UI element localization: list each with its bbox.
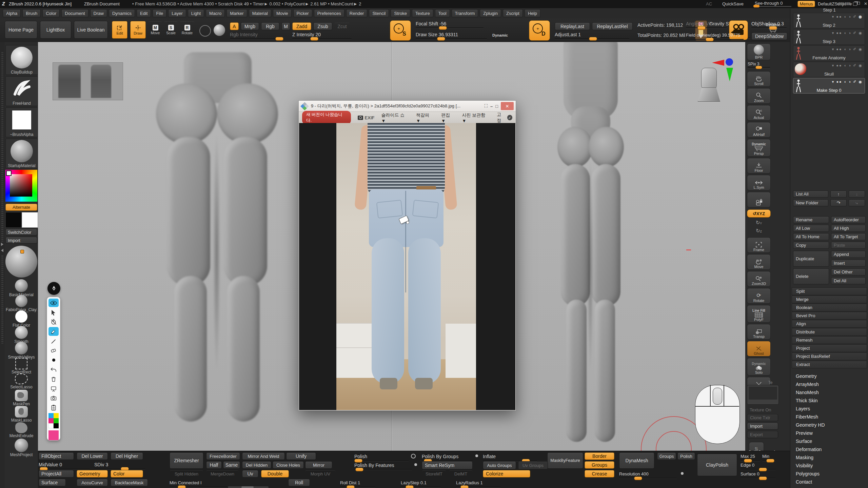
mid-value-slider[interactable]: MidValue 0 [39, 462, 90, 467]
viewer-content[interactable] [299, 123, 515, 410]
see-through-knob[interactable] [753, 5, 760, 7]
viewer-maximize-icon[interactable]: □ [495, 104, 498, 109]
replay-last-button[interactable]: ReplayLast [555, 22, 590, 30]
anchor-button[interactable]: A [230, 22, 239, 30]
rotate-xyz-button[interactable]: ↺XYZ [747, 209, 771, 218]
deep-shadow-button[interactable]: DeepShadow [751, 33, 787, 40]
subtool-down-button[interactable]: ↓ [849, 190, 865, 198]
timer-off-icon[interactable] [48, 318, 59, 326]
axis-y-icon[interactable] [726, 68, 733, 81]
project-basrelief-row[interactable]: Project BasRelief [792, 352, 867, 360]
clay-polish-button[interactable]: ClayPolish [697, 454, 737, 476]
brush-smooth-valleys[interactable]: SmoothValleys [7, 342, 36, 360]
remesh-row[interactable]: Remesh [792, 336, 867, 344]
border-button[interactable]: Border [585, 452, 614, 460]
aahalf-button[interactable]: AAHalf [747, 122, 771, 138]
polish-by-features-slider[interactable]: Polish By Features [354, 463, 412, 468]
rotate-mode-button[interactable]: RRotate [180, 21, 195, 39]
mrgb-button[interactable]: Mrgb [241, 22, 259, 30]
zoom-3d-button[interactable]: Zoom3D [747, 271, 771, 287]
groups-button[interactable]: Groups [585, 461, 614, 469]
adjust-icon[interactable]: + D [529, 20, 550, 41]
menu-item-render[interactable]: Render [346, 9, 368, 17]
clipboard-icon[interactable] [48, 404, 59, 412]
section-masking[interactable]: Masking [790, 453, 868, 462]
subtool-row-skull[interactable]: ▾ ●● ◖ ◑ ✐ ◉ Skull [793, 62, 865, 77]
switch-color-button[interactable]: SwitchColor [5, 229, 37, 236]
boolean-row[interactable]: Boolean [792, 304, 867, 311]
delete-button[interactable]: Delete [793, 268, 829, 284]
color-picker[interactable] [5, 170, 37, 202]
bookmark-menu[interactable]: 책갈피 ▼ [416, 112, 434, 123]
dynamesh-polish-button[interactable]: Polish [677, 452, 695, 460]
double-button[interactable]: Double [261, 470, 289, 477]
draw-mode-button[interactable]: Draw [130, 21, 146, 39]
menu-item-file[interactable]: File [153, 9, 166, 17]
alternate-button[interactable]: Alternate [5, 204, 37, 211]
move-out-folder-icon[interactable]: ⤷ [849, 199, 865, 206]
unify-button[interactable]: Unify [286, 452, 316, 460]
m-button[interactable]: M [281, 22, 290, 30]
material-fabiopaiva[interactable]: FabioPaiva_Clay2 [7, 295, 36, 312]
rotate-y-icon[interactable]: ↻Y [747, 220, 771, 226]
edge-slider[interactable]: Edge 0 [741, 463, 776, 468]
slideshow-menu[interactable]: 슬라이드 쇼 ▼ [381, 112, 409, 123]
brush-freehand[interactable]: FreeHand [5, 76, 38, 106]
fill-object-button[interactable]: FillObject [39, 452, 74, 460]
rotate-3d-button[interactable]: ⟳Rotate [747, 288, 771, 304]
list-all-button[interactable]: List All [793, 190, 828, 198]
dynamic-persp-shelf-button[interactable]: Dynamic Persp [747, 139, 771, 157]
menu-item-help[interactable]: Help [525, 9, 540, 17]
startup-material[interactable]: StartupMaterial [5, 139, 38, 168]
obj-shadow-slider[interactable]: ObjShadow 0.3 [751, 21, 787, 26]
close-holes-button[interactable]: Close Holes [273, 461, 304, 469]
bevel-pro-row[interactable]: Bevel Pro [792, 312, 867, 320]
scroll-button[interactable]: Scroll [747, 71, 771, 87]
move-3d-button[interactable]: Move [747, 254, 771, 270]
roll-dist-slider[interactable]: Roll Dist 1 [340, 480, 375, 485]
photo-viewer-window[interactable]: 9 - 다리(허벅지, 무릎, 종아리) > 2a1df554ef3f08cfd… [298, 100, 516, 411]
zremesher-button[interactable]: ZRemesher [170, 452, 203, 469]
tool-preview-sphere[interactable] [5, 246, 37, 278]
subtool-row-female-anatomy[interactable]: ▾ ●● ◖ ◑ ✐ ◉ Female Anatomy [793, 45, 865, 61]
new-folder-button[interactable]: New Folder [793, 199, 828, 206]
merge-down-button[interactable]: MergeDown [206, 470, 239, 477]
roll-button[interactable]: Roll [288, 479, 310, 486]
rotate-z-icon[interactable]: ↻Z [747, 228, 771, 234]
bpr-render-button[interactable]: BPR [747, 43, 771, 60]
close-icon[interactable]: ✕ [864, 1, 867, 6]
del-all-button[interactable]: Del All [831, 277, 866, 284]
menu-item-picker[interactable]: Picker [293, 9, 312, 17]
menu-item-texture[interactable]: Texture [412, 9, 433, 17]
section-arraymesh[interactable]: ArrayMesh [790, 380, 868, 388]
distribute-row[interactable]: Distribute [792, 328, 867, 336]
menu-item-stroke[interactable]: Stroke [391, 9, 410, 17]
stroke-preview-icon[interactable] [199, 25, 211, 37]
subtool-row-make-step0-selected[interactable]: ▾ ●● ◖ ◑ ✐ ◉ Make Step 0 [793, 78, 865, 94]
crease-button[interactable]: Crease [585, 470, 614, 477]
smart-resym-button[interactable]: Smart ReSym [422, 461, 473, 469]
texture-export-button[interactable]: Export [747, 431, 778, 438]
section-polygroups[interactable]: Polygroups [790, 470, 868, 478]
zsub-button[interactable]: Zsub [313, 22, 332, 30]
rename-button[interactable]: Rename [793, 216, 829, 223]
whiteboard-icon[interactable] [48, 384, 59, 393]
dot-size-icon[interactable] [48, 356, 59, 364]
scale-mode-button[interactable]: SScale [164, 21, 178, 39]
polish-by-groups-dot-icon[interactable] [475, 454, 478, 457]
main-color-swatch[interactable] [5, 212, 22, 228]
edit-menu[interactable]: 편집 ▼ [441, 112, 455, 123]
restore-icon[interactable]: ❒ [857, 1, 860, 6]
section-thick-skin[interactable]: Thick Skin [790, 396, 868, 405]
menu-item-brush[interactable]: Brush [22, 9, 41, 17]
undo-icon[interactable] [48, 365, 59, 374]
half-button[interactable]: Half [206, 461, 222, 469]
polish-slider[interactable]: Polish [354, 454, 409, 459]
spix-slider[interactable]: SPix 3 [748, 62, 770, 66]
del-higher-button[interactable]: Del Higher [111, 452, 143, 460]
uv-groups-button[interactable]: Uv Groups [518, 461, 548, 469]
minimize-icon[interactable]: ⌄ [849, 2, 852, 6]
zcut-button[interactable]: Zcut [334, 22, 350, 30]
append-button[interactable]: Append [831, 251, 866, 258]
axis-x-icon[interactable] [712, 60, 724, 66]
